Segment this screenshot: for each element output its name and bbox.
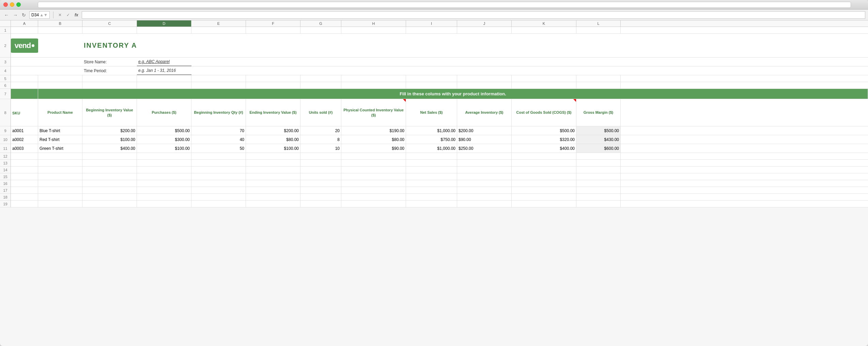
cell-j10[interactable]: $90.00 — [457, 135, 512, 144]
cell-l2[interactable] — [576, 34, 621, 57]
col-header-a[interactable]: A — [11, 20, 38, 27]
maximize-button[interactable] — [16, 2, 21, 7]
refresh-button[interactable]: ↻ — [20, 12, 27, 18]
cell-b16[interactable] — [38, 180, 82, 187]
cell-l15[interactable] — [576, 173, 621, 180]
cell-i12[interactable] — [406, 153, 457, 159]
cell-h3[interactable] — [341, 58, 406, 66]
cell-d19[interactable] — [137, 201, 191, 207]
header-beginning-inv-qty[interactable]: Beginning Inventory Qty (#) — [191, 99, 246, 126]
cell-b3[interactable] — [38, 58, 82, 66]
col-header-f[interactable]: F — [246, 20, 300, 27]
cell-e14[interactable] — [191, 167, 246, 173]
cell-h15[interactable] — [341, 173, 406, 180]
cell-store-label[interactable]: Store Name: — [82, 58, 137, 66]
cell-d5[interactable] — [137, 75, 191, 82]
cell-f4[interactable] — [246, 66, 300, 75]
cell-l16[interactable] — [576, 180, 621, 187]
cell-k2[interactable] — [512, 34, 576, 57]
cell-a11[interactable]: a0003 — [11, 144, 38, 153]
cell-h12[interactable] — [341, 153, 406, 159]
cell-k3[interactable] — [512, 58, 576, 66]
cell-i13[interactable] — [406, 160, 457, 166]
cell-g11[interactable]: 10 — [300, 144, 341, 153]
col-header-g[interactable]: G — [300, 20, 341, 27]
cell-title[interactable]: INVENTORY ANALYSIS — [82, 34, 137, 57]
cell-i19[interactable] — [406, 201, 457, 207]
cell-i6[interactable] — [406, 82, 457, 89]
minimize-button[interactable] — [10, 2, 14, 7]
cell-b6[interactable] — [38, 82, 82, 89]
cell-f14[interactable] — [246, 167, 300, 173]
cell-b12[interactable] — [38, 153, 82, 159]
cell-i3[interactable] — [406, 58, 457, 66]
cell-time-label[interactable]: Time Period: — [82, 66, 137, 75]
cell-a19[interactable] — [11, 201, 38, 207]
cell-e15[interactable] — [191, 173, 246, 180]
header-net-sales[interactable]: Net Sales ($) — [406, 99, 457, 126]
cell-e3[interactable] — [191, 58, 246, 66]
cell-l14[interactable] — [576, 167, 621, 173]
cell-g9[interactable]: 20 — [300, 126, 341, 135]
cell-e16[interactable] — [191, 180, 246, 187]
cell-j4[interactable] — [457, 66, 512, 75]
cell-c15[interactable] — [82, 173, 137, 180]
cell-k11[interactable]: $400.00 — [512, 144, 576, 153]
cell-j15[interactable] — [457, 173, 512, 180]
cell-a1[interactable] — [11, 27, 38, 33]
cell-store-value[interactable]: e.g. ABC Apparel — [137, 58, 191, 66]
cell-reference[interactable]: D34 ▲▼ — [29, 11, 50, 19]
cell-g1[interactable] — [300, 27, 341, 33]
cell-f11[interactable]: $100.00 — [246, 144, 300, 153]
cell-j14[interactable] — [457, 167, 512, 173]
cell-a14[interactable] — [11, 167, 38, 173]
cancel-formula[interactable]: ✕ — [57, 13, 63, 17]
cell-a12[interactable] — [11, 153, 38, 159]
cell-e2[interactable] — [191, 34, 246, 57]
cell-d11[interactable]: $100.00 — [137, 144, 191, 153]
cell-h11[interactable]: $90.00 — [341, 144, 406, 153]
cell-logo[interactable]: vend — [11, 34, 38, 57]
forward-button[interactable]: → — [12, 12, 19, 18]
cell-k1[interactable] — [512, 27, 576, 33]
cell-j11[interactable]: $250.00 — [457, 144, 512, 153]
col-header-h[interactable]: H — [341, 20, 406, 27]
header-units-sold[interactable]: Units sold (#) — [300, 99, 341, 126]
cell-k4[interactable] — [512, 66, 576, 75]
cell-b13[interactable] — [38, 160, 82, 166]
cell-h19[interactable] — [341, 201, 406, 207]
cell-k12[interactable] — [512, 153, 576, 159]
cell-l3[interactable] — [576, 58, 621, 66]
cell-j17[interactable] — [457, 187, 512, 193]
cell-l12[interactable] — [576, 153, 621, 159]
cell-l19[interactable] — [576, 201, 621, 207]
cell-d14[interactable] — [137, 167, 191, 173]
cell-c19[interactable] — [82, 201, 137, 207]
cell-f6[interactable] — [246, 82, 300, 89]
cell-i5[interactable] — [406, 75, 457, 82]
cell-f12[interactable] — [246, 153, 300, 159]
cell-b17[interactable] — [38, 187, 82, 193]
cell-k5[interactable] — [512, 75, 576, 82]
cell-h1[interactable] — [341, 27, 406, 33]
cell-g16[interactable] — [300, 180, 341, 187]
cell-i18[interactable] — [406, 194, 457, 200]
cell-f9[interactable]: $200.00 — [246, 126, 300, 135]
cell-j13[interactable] — [457, 160, 512, 166]
cell-a13[interactable] — [11, 160, 38, 166]
cell-c12[interactable] — [82, 153, 137, 159]
formula-input[interactable] — [82, 11, 865, 19]
header-physical-counted[interactable]: Physical Counted Inventory Value ($) — [341, 99, 406, 126]
col-header-l[interactable]: L — [576, 20, 621, 27]
cell-b19[interactable] — [38, 201, 82, 207]
cell-a10[interactable]: a0002 — [11, 135, 38, 144]
cell-e1[interactable] — [191, 27, 246, 33]
cell-j3[interactable] — [457, 58, 512, 66]
cell-l6[interactable] — [576, 82, 621, 89]
cell-f13[interactable] — [246, 160, 300, 166]
cell-i10[interactable]: $750.00 — [406, 135, 457, 144]
header-purchases[interactable]: Purchases ($) — [137, 99, 191, 126]
cell-h13[interactable] — [341, 160, 406, 166]
cell-d17[interactable] — [137, 187, 191, 193]
cell-k18[interactable] — [512, 194, 576, 200]
